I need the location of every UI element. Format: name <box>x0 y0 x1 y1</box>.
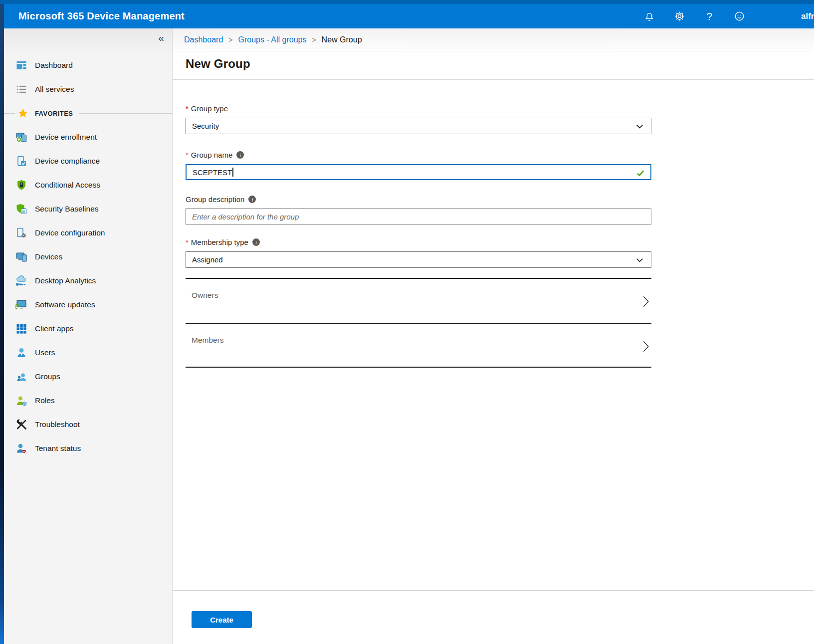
info-icon[interactable]: i <box>248 196 256 203</box>
sidebar-item-label: Device compliance <box>35 157 100 166</box>
breadcrumb-link-groups[interactable]: Groups - All groups <box>238 35 306 44</box>
owners-row[interactable]: Owners <box>186 278 651 323</box>
group-description-field: Group description i <box>186 194 651 224</box>
sidebar-item-users[interactable]: Users <box>4 341 172 365</box>
required-marker: * <box>186 104 189 113</box>
breadcrumb-separator: > <box>228 36 232 44</box>
members-label: Members <box>192 336 224 345</box>
group-name-input[interactable]: SCEPTEST <box>186 164 651 180</box>
roles-icon <box>15 394 28 407</box>
info-icon[interactable]: i <box>236 151 244 159</box>
sidebar-item-label: Devices <box>35 252 62 261</box>
breadcrumb: Dashboard > Groups - All groups > New Gr… <box>173 28 814 51</box>
notifications-bell-icon[interactable] <box>643 10 655 22</box>
desktop-analytics-icon <box>15 274 28 287</box>
sidebar-section-favorites: FAVORITES <box>4 101 172 125</box>
sidebar-item-device-compliance[interactable]: Device compliance <box>4 149 172 173</box>
account-menu[interactable]: alfr <box>801 4 814 28</box>
sidebar-item-label: Device enrollment <box>35 133 97 142</box>
left-accent-strip <box>0 4 4 644</box>
sidebar-item-label: Roles <box>35 396 55 405</box>
top-accent-strip <box>0 0 814 4</box>
footer-divider <box>173 590 814 591</box>
sidebar-item-label: Client apps <box>35 324 74 333</box>
sidebar-item-label: Conditional Access <box>35 181 100 190</box>
create-button[interactable]: Create <box>192 611 252 628</box>
membership-type-field: * Membership type i Assigned <box>186 237 651 268</box>
sidebar-item-label: Troubleshoot <box>35 420 80 429</box>
sidebar-item-label: Device configuration <box>35 228 105 237</box>
sidebar-item-dashboard[interactable]: Dashboard <box>4 53 172 77</box>
sidebar-item-client-apps[interactable]: Client apps <box>4 317 172 341</box>
chevron-right-icon <box>642 295 649 310</box>
page-title: New Group <box>173 51 814 71</box>
sidebar-item-label: Users <box>35 348 55 357</box>
sidebar-item-roles[interactable]: Roles <box>4 389 172 413</box>
chevron-down-icon <box>635 122 644 133</box>
group-name-label: * Group name i <box>186 150 651 160</box>
sidebar-item-all-services[interactable]: All services <box>4 77 172 101</box>
breadcrumb-separator: > <box>312 36 316 44</box>
breadcrumb-link-dashboard[interactable]: Dashboard <box>184 35 223 44</box>
sidebar-item-device-enrollment[interactable]: Device enrollment <box>4 125 172 149</box>
device-management-portal: Microsoft 365 Device Management ? alfr «… <box>0 0 814 644</box>
group-description-label: Group description i <box>186 194 651 205</box>
chevron-down-icon <box>635 256 644 266</box>
required-marker: * <box>186 238 189 246</box>
group-name-field: * Group name i SCEPTEST <box>186 150 651 180</box>
sidebar-item-label: Security Baselines <box>35 205 99 214</box>
app-title: Microsoft 365 Device Management <box>18 4 185 28</box>
owners-label: Owners <box>192 291 218 300</box>
device-compliance-icon <box>15 155 28 168</box>
sidebar-item-software-updates[interactable]: Software updates <box>4 293 172 317</box>
membership-type-label: * Membership type i <box>186 237 651 247</box>
feedback-smiley-icon[interactable] <box>733 10 745 22</box>
sidebar-item-label: All services <box>35 85 74 94</box>
top-bar: Microsoft 365 Device Management ? alfr <box>0 4 814 28</box>
sidebar: « Dashboard All services FAVORITES <box>4 28 172 644</box>
star-icon <box>17 107 29 119</box>
tenant-status-icon <box>15 442 28 455</box>
devices-icon <box>15 250 28 263</box>
device-configuration-icon <box>15 226 28 239</box>
conditional-access-icon <box>15 179 28 192</box>
group-name-value: SCEPTEST <box>193 168 232 177</box>
users-icon <box>15 346 28 359</box>
sidebar-item-conditional-access[interactable]: Conditional Access <box>4 173 172 197</box>
sidebar-item-label: Dashboard <box>35 61 73 70</box>
sidebar-collapse-button[interactable]: « <box>158 32 164 43</box>
group-description-input[interactable] <box>186 209 651 224</box>
groups-icon <box>15 370 28 383</box>
sidebar-item-label: Tenant status <box>35 444 81 453</box>
selector-rows: Owners Members <box>186 278 651 368</box>
membership-type-value: Assigned <box>192 255 223 264</box>
client-apps-icon <box>15 322 28 335</box>
group-type-label: * Group type <box>186 103 651 114</box>
text-cursor <box>232 168 233 177</box>
all-services-icon <box>15 83 28 96</box>
sidebar-item-label: Desktop Analytics <box>35 276 96 285</box>
sidebar-item-security-baselines[interactable]: Security Baselines <box>4 197 172 221</box>
sidebar-item-devices[interactable]: Devices <box>4 245 172 269</box>
divider <box>4 113 15 114</box>
sidebar-item-tenant-status[interactable]: Tenant status <box>4 436 172 460</box>
settings-gear-icon[interactable] <box>673 10 685 22</box>
blade-header: New Group <box>173 51 814 80</box>
sidebar-item-device-configuration[interactable]: Device configuration <box>4 221 172 245</box>
sidebar-item-groups[interactable]: Groups <box>4 365 172 389</box>
help-icon[interactable]: ? <box>703 10 715 22</box>
sidebar-item-label: Software updates <box>35 300 95 309</box>
divider <box>79 113 172 114</box>
sidebar-item-troubleshoot[interactable]: Troubleshoot <box>4 413 172 436</box>
sidebar-item-label: Groups <box>35 372 60 381</box>
new-group-blade: Dashboard > Groups - All groups > New Gr… <box>172 28 814 644</box>
valid-check-icon <box>635 168 645 180</box>
info-icon[interactable]: i <box>252 238 260 246</box>
sidebar-nav: Dashboard All services FAVORITES <box>4 53 172 460</box>
security-baselines-icon <box>15 203 28 215</box>
members-row[interactable]: Members <box>186 323 651 368</box>
group-type-select[interactable]: Security <box>186 118 651 134</box>
group-type-field: * Group type Security <box>186 103 651 134</box>
membership-type-select[interactable]: Assigned <box>186 251 651 268</box>
sidebar-item-desktop-analytics[interactable]: Desktop Analytics <box>4 269 172 293</box>
